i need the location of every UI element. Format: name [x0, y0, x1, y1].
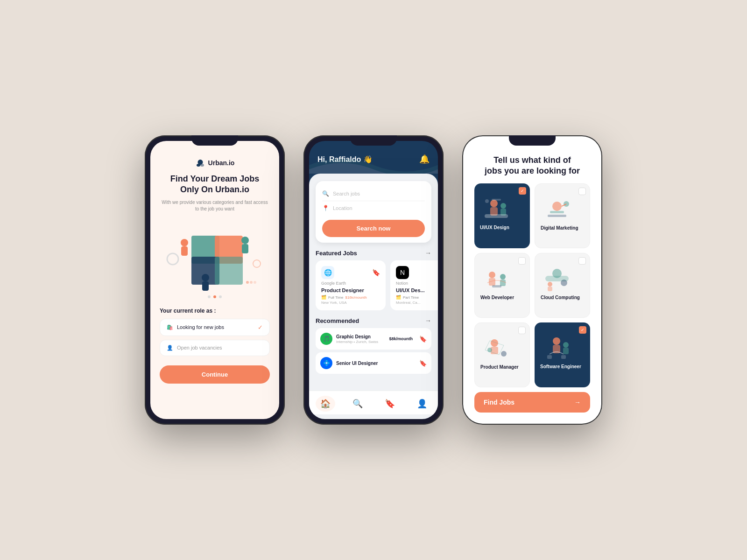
cat-checkbox-digital: [578, 188, 586, 195]
cat-label-cloud: Cloud Computing: [541, 295, 580, 300]
cat-checkbox-pm: [518, 327, 526, 334]
dot-3: [219, 295, 222, 298]
job-location-2: Montreal, Ca...: [396, 301, 438, 305]
logo-icon: [195, 159, 205, 167]
nav-bookmark[interactable]: 🔖: [380, 396, 400, 412]
phone2-screen: Hi, Raffialdo 👋 🔔 🔍 Search jobs 📍 Locati…: [309, 141, 438, 419]
rec-title-1: Graphic Design: [336, 334, 385, 339]
role-vacancies[interactable]: 👤 Open job vacancies: [160, 340, 270, 356]
rec-bookmark-1[interactable]: 🔖: [419, 336, 427, 343]
rec-bookmark-2[interactable]: 🔖: [419, 360, 427, 367]
cat-webdev[interactable]: Web Developer: [474, 253, 530, 318]
svg-rect-9: [242, 244, 248, 253]
phone1-subtitle: With we provide various categories and f…: [160, 199, 270, 212]
cat-illus-pm: [480, 336, 513, 362]
svg-rect-25: [550, 211, 564, 213]
location-field[interactable]: 📍 Location: [322, 201, 425, 215]
phone-notch-2: [350, 135, 397, 146]
nav-search[interactable]: 🔍: [348, 396, 367, 412]
role-left-1: 🛍️ Looking for new jobs: [167, 324, 224, 330]
cat-digital[interactable]: Digital Marketing: [535, 183, 590, 248]
location-icon: 📍: [322, 205, 329, 211]
search-field[interactable]: 🔍 Search jobs: [322, 187, 425, 201]
cat-uiux[interactable]: ✓ UI/UX Design: [474, 183, 530, 248]
role-label: Your current role as :: [160, 308, 270, 314]
job-type-1: Full Time: [328, 295, 343, 300]
role-icon-2: 👤: [167, 345, 173, 351]
continue-button[interactable]: Continue: [160, 365, 270, 384]
svg-point-12: [167, 253, 178, 265]
find-jobs-button[interactable]: Find Jobs →: [474, 392, 590, 413]
role-section: Your current role as : 🛍️ Looking for ne…: [160, 308, 270, 360]
phone1-headline: Find Your Dream JobsOnly On Urban.io: [170, 174, 259, 196]
location-placeholder: Location: [333, 205, 352, 211]
svg-point-8: [241, 237, 249, 244]
bookmark-icon-1[interactable]: 🔖: [372, 269, 380, 276]
svg-point-16: [254, 281, 256, 284]
company-name-1: Google Earth: [321, 281, 380, 286]
svg-point-0: [197, 164, 200, 167]
svg-point-15: [250, 281, 253, 284]
recommended-header: Recommended →: [309, 310, 438, 328]
cat-checkbox-cloud: [578, 257, 586, 265]
svg-rect-46: [563, 348, 569, 354]
cat-illus-swe: [540, 336, 573, 361]
role-text-2: Open job vacancies: [177, 345, 222, 350]
cat-label-digital: Digital Marketing: [541, 225, 578, 231]
phone-3: Tell us what kind ofjobs you are looking…: [462, 135, 602, 425]
svg-point-17: [490, 200, 498, 207]
job-meta-1: 🗂️ Full Time $16k/mounth: [321, 295, 380, 300]
job-location-1: New York, USA: [321, 301, 380, 305]
job-card-2[interactable]: N 🔖 Notion UI/UX Des... 🗂️ Part Time Mon…: [390, 260, 438, 310]
job-meta-2: 🗂️ Part Time: [396, 295, 438, 300]
rec-item-2[interactable]: 💠 Senior UI Designer 🔖: [316, 352, 431, 374]
cat-checkbox-swe: ✓: [579, 326, 586, 334]
cat-label-webdev: Web Developer: [480, 295, 514, 300]
svg-point-1: [200, 164, 204, 167]
rec-meta-1: Internship • Zurich, Swiss: [336, 340, 385, 344]
company-logo-1: 🌐: [321, 266, 334, 279]
rec-logo-2: 💠: [320, 357, 332, 369]
cat-illus-cloud: [541, 266, 573, 292]
phone1-screen: Urban.io Find Your Dream JobsOnly On Urb…: [150, 141, 279, 419]
dot-2: [213, 295, 216, 298]
rec-info-2: Senior UI Designer: [336, 361, 416, 366]
svg-point-24: [552, 202, 562, 211]
svg-rect-5: [215, 257, 243, 285]
cat-cloud[interactable]: Cloud Computing: [535, 253, 590, 318]
search-button[interactable]: Search now: [322, 220, 425, 237]
job-title-1: Product Designer: [321, 287, 380, 293]
svg-point-13: [253, 260, 261, 267]
rec-salary-1: $8k/mounth: [389, 336, 413, 341]
phone3-screen: Tell us what kind ofjobs you are looking…: [468, 141, 597, 419]
cat-pm[interactable]: Product Manager: [474, 322, 530, 387]
company-logo-2: N: [396, 266, 409, 279]
dots-indicator: [208, 295, 222, 298]
svg-point-14: [246, 281, 249, 284]
cat-swe[interactable]: ✓ Software Engineer: [535, 322, 590, 387]
featured-arrow[interactable]: →: [425, 249, 431, 257]
company-name-2: Notion: [396, 281, 438, 286]
recommended-arrow[interactable]: →: [425, 317, 431, 324]
nav-profile[interactable]: 👤: [412, 396, 432, 412]
nav-home[interactable]: 🏠: [316, 396, 335, 412]
rec-item-1[interactable]: 🎵 Graphic Design Internship • Zurich, Sw…: [316, 328, 431, 350]
search-icon: 🔍: [322, 190, 329, 197]
phone1-illustration: [163, 217, 266, 292]
phone-notch-1: [191, 135, 238, 146]
svg-rect-11: [202, 281, 209, 291]
cat-illus-digital: [541, 197, 573, 223]
phone3-title: Tell us what kind ofjobs you are looking…: [476, 155, 588, 177]
job-title-2: UI/UX Des...: [396, 287, 438, 293]
svg-rect-48: [561, 355, 566, 359]
job-card-1[interactable]: 🌐 🔖 Google Earth Product Designer 🗂️ Ful…: [316, 260, 386, 310]
svg-rect-32: [500, 280, 506, 286]
svg-rect-47: [547, 355, 552, 359]
phone-2: Hi, Raffialdo 👋 🔔 🔍 Search jobs 📍 Locati…: [303, 135, 444, 425]
puzzle-illustration: [163, 217, 266, 292]
role-looking[interactable]: 🛍️ Looking for new jobs ✓: [160, 319, 270, 336]
svg-point-29: [489, 272, 495, 278]
cat-checkbox-webdev: [518, 257, 526, 265]
svg-point-42: [501, 351, 507, 357]
svg-rect-7: [181, 246, 188, 256]
